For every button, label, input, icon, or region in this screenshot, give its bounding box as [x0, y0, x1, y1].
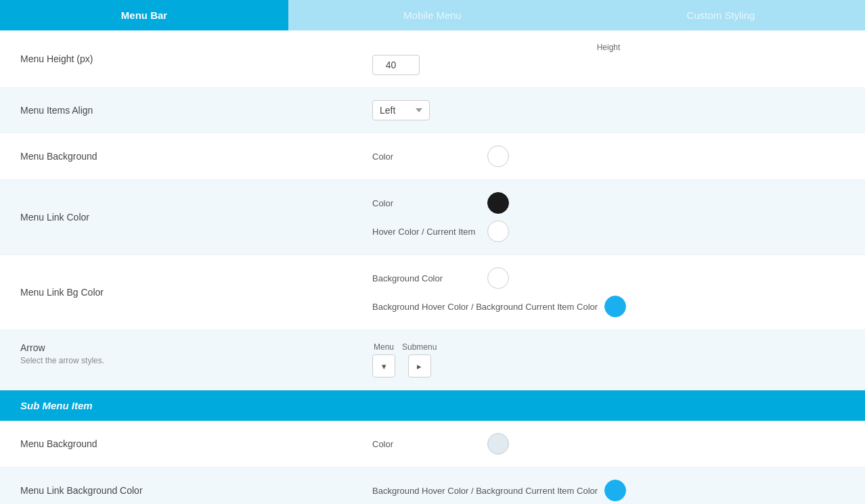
sub-menu-bg-color-label: Color	[372, 439, 481, 449]
row-sub-menu-background: Menu Background Color	[0, 421, 865, 467]
link-color-line-1: Color	[372, 192, 845, 214]
link-color-swatch-2[interactable]	[487, 221, 509, 242]
label-menu-link-bg-color: Menu Link Bg Color	[20, 287, 372, 298]
arrow-submenu-btn[interactable]: ▸	[408, 354, 431, 377]
controls-menu-link-color: Color Hover Color / Current Item	[372, 192, 845, 242]
controls-menu-background: Color	[372, 145, 845, 167]
section-header-sub-menu: Sub Menu Item	[0, 390, 865, 421]
link-bg-color-swatch-2[interactable]	[604, 296, 626, 317]
sub-link-bg-color-line: Background Hover Color / Background Curr…	[372, 480, 845, 501]
main-container: Menu Bar Mobile Menu Custom Styling Menu…	[0, 0, 865, 504]
row-sub-menu-link-bg-color: Menu Link Background Color Background Ho…	[0, 467, 865, 504]
row-menu-height: Menu Height (px) Height	[0, 30, 865, 88]
menu-height-input[interactable]	[372, 55, 420, 75]
controls-menu-items-align: Left Center Right	[372, 100, 845, 120]
controls-menu-height: Height	[372, 43, 845, 75]
row-menu-items-align: Menu Items Align Left Center Right	[0, 88, 865, 133]
label-menu-link-color: Menu Link Color	[20, 212, 372, 223]
tab-custom-styling[interactable]: Custom Styling	[577, 0, 865, 30]
link-color-label-1: Color	[372, 198, 481, 208]
tab-mobile-menu[interactable]: Mobile Menu	[288, 0, 577, 30]
arrow-menu-label: Menu	[374, 342, 394, 352]
arrow-submenu-col: Submenu ▸	[402, 342, 437, 377]
align-select[interactable]: Left Center Right	[372, 100, 430, 120]
label-sub-menu-link-bg-color: Menu Link Background Color	[20, 485, 372, 496]
tab-menu-bar[interactable]: Menu Bar	[0, 0, 288, 30]
content-area: Menu Height (px) Height Menu Items Align…	[0, 30, 865, 504]
label-menu-items-align: Menu Items Align	[20, 105, 372, 116]
sub-link-bg-color-label: Background Hover Color / Background Curr…	[372, 486, 598, 496]
controls-sub-menu-background: Color	[372, 433, 845, 455]
link-bg-color-label-1: Background Color	[372, 273, 481, 283]
link-color-swatch-1[interactable]	[487, 192, 509, 214]
controls-menu-link-bg-color: Background Color Background Hover Color …	[372, 267, 845, 317]
arrow-menu-col: Menu ▾	[372, 342, 395, 377]
arrow-label-main: Arrow	[20, 342, 372, 353]
menu-bg-color-label: Color	[372, 152, 481, 162]
sub-menu-bg-color-line: Color	[372, 433, 845, 455]
arrow-submenu-label: Submenu	[402, 342, 437, 352]
arrow-label-sub: Select the arrow styles.	[20, 356, 372, 365]
height-input-label: Height	[372, 43, 845, 52]
height-input-wrap: Height	[372, 43, 845, 75]
sub-link-bg-color-swatch[interactable]	[604, 480, 626, 501]
arrow-label-block: Arrow Select the arrow styles.	[20, 342, 372, 365]
menu-bg-color-line: Color	[372, 145, 845, 167]
controls-sub-menu-link-bg-color: Background Hover Color / Background Curr…	[372, 480, 845, 501]
arrow-menu-btn[interactable]: ▾	[372, 354, 395, 377]
label-menu-background: Menu Background	[20, 151, 372, 162]
sub-menu-bg-color-swatch[interactable]	[487, 433, 509, 455]
link-bg-color-line-1: Background Color	[372, 267, 845, 289]
link-bg-color-swatch-1[interactable]	[487, 267, 509, 289]
controls-arrow: Menu ▾ Submenu ▸	[372, 342, 845, 377]
label-menu-height: Menu Height (px)	[20, 53, 372, 64]
row-menu-background: Menu Background Color	[0, 133, 865, 180]
menu-bg-color-swatch[interactable]	[487, 145, 509, 167]
label-arrow: Arrow Select the arrow styles.	[20, 342, 372, 365]
link-color-label-2: Hover Color / Current Item	[372, 227, 481, 237]
arrow-col-labels-line: Menu ▾ Submenu ▸	[372, 342, 845, 377]
link-color-line-2: Hover Color / Current Item	[372, 221, 845, 242]
row-menu-link-color: Menu Link Color Color Hover Color / Curr…	[0, 180, 865, 255]
link-bg-color-line-2: Background Hover Color / Background Curr…	[372, 296, 845, 317]
link-bg-color-label-2: Background Hover Color / Background Curr…	[372, 302, 598, 312]
tab-bar: Menu Bar Mobile Menu Custom Styling	[0, 0, 865, 30]
row-arrow: Arrow Select the arrow styles. Menu ▾ Su…	[0, 330, 865, 390]
label-sub-menu-background: Menu Background	[20, 438, 372, 449]
align-select-line: Left Center Right	[372, 100, 845, 120]
row-menu-link-bg-color: Menu Link Bg Color Background Color Back…	[0, 255, 865, 330]
